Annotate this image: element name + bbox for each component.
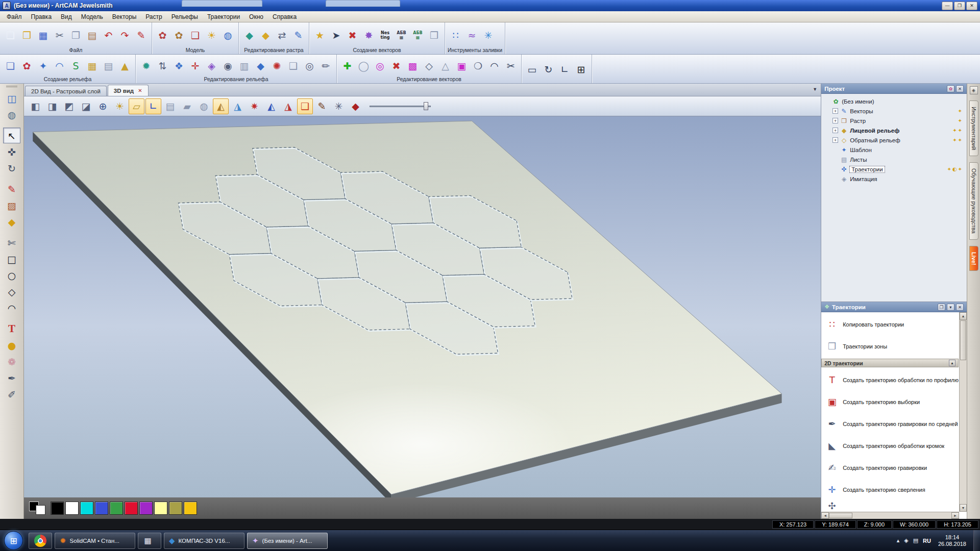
menu-reliefs[interactable]: Рельефы <box>167 12 203 21</box>
relief-wand-icon[interactable]: ✹ <box>138 58 154 73</box>
front-view-icon[interactable]: ◨ <box>44 98 60 114</box>
side-view-icon[interactable]: ◩ <box>61 98 77 114</box>
relief-raise-icon[interactable]: ⇅ <box>155 58 170 73</box>
model-bear-red-icon[interactable]: ✿ <box>155 27 170 43</box>
rotate-select-icon[interactable]: ↻ <box>541 61 556 77</box>
polygon-tool-icon[interactable]: ◇ <box>3 284 20 299</box>
scrollbar-thumb[interactable] <box>829 513 852 518</box>
new-model-icon[interactable]: ❏ <box>3 27 18 43</box>
area-clearance-item[interactable]: ▣ Создать траекторию выборки <box>821 391 959 413</box>
layers-icon[interactable]: ▤ <box>162 98 178 114</box>
zoom-slider[interactable] <box>370 102 431 111</box>
expand-icon[interactable] <box>832 176 838 182</box>
expand-icon[interactable]: + <box>832 137 838 143</box>
toolpaths-2d-section-header[interactable]: 2D траектории ▲ <box>821 359 959 367</box>
redo-icon[interactable]: ↷ <box>117 27 133 43</box>
scroll-down-icon[interactable]: ▼ <box>960 504 967 512</box>
panel-window-icon[interactable]: ❐ <box>938 304 945 311</box>
zoom-slider-thumb[interactable] <box>424 102 428 110</box>
engrave-toolpath-item[interactable]: ✍ Создать траекторию гравировки <box>821 457 959 479</box>
menu-vectors[interactable]: Векторы <box>108 12 141 21</box>
relief-columns-icon[interactable]: ▥ <box>236 58 252 73</box>
palette-olive[interactable] <box>169 502 182 515</box>
palette-cyan[interactable] <box>80 502 93 515</box>
side-strip-icon[interactable]: ◈ <box>970 86 978 94</box>
smudge-icon[interactable]: ◆ <box>3 214 20 230</box>
bell-icon[interactable]: △ <box>437 58 453 73</box>
menu-model[interactable]: Модель <box>77 12 108 21</box>
menu-help[interactable]: Справка <box>268 12 301 21</box>
zone-toolpaths-item[interactable]: ❒ Траектории зоны <box>821 335 959 357</box>
relief-page-icon[interactable]: ❏ <box>3 58 18 73</box>
magenta-frame-icon[interactable]: ▣ <box>454 58 470 73</box>
palette-white[interactable] <box>65 502 79 515</box>
relief-gold-view-icon[interactable]: ◭ <box>213 98 229 114</box>
brush-icon[interactable]: ✐ <box>3 386 20 402</box>
rotate-icon[interactable]: ↻ <box>3 160 20 176</box>
tab-list-dropdown-icon[interactable]: ▼ <box>813 87 817 92</box>
side-tab-live[interactable]: Live! <box>969 246 978 271</box>
axis-select-icon[interactable]: ∟ <box>557 61 573 77</box>
axis-icon[interactable]: ∟ <box>145 98 161 114</box>
tree-back-relief[interactable]: + ◇ Обратный рельеф ✦✦ <box>822 135 966 145</box>
menu-file[interactable]: Файл <box>2 12 27 21</box>
relief-gray-icon[interactable]: ❑ <box>285 58 301 73</box>
relief-swirl-icon[interactable]: ✺ <box>269 58 285 73</box>
select-arrow-icon[interactable]: ↖ <box>3 128 20 143</box>
model-stamp-icon[interactable]: ❑ <box>187 27 203 43</box>
taskbar-save-button[interactable]: ▦ <box>138 533 161 549</box>
section-collapse-icon[interactable]: ▲ <box>949 360 955 366</box>
paint-roller-icon[interactable]: ▨ <box>3 197 20 213</box>
palette-pale-yellow[interactable] <box>154 502 167 515</box>
relief-diamond-icon[interactable]: ◆ <box>253 58 268 73</box>
profile-toolpath-item[interactable]: Т Создать траекторию обработки по профил… <box>821 369 959 391</box>
model-bear-gold-icon[interactable]: ✿ <box>171 27 187 43</box>
expand-icon[interactable] <box>824 98 830 104</box>
ring-icon[interactable]: ◯ <box>356 58 372 73</box>
shell-icon[interactable]: ❁ <box>3 354 20 369</box>
relief-arch-icon[interactable]: ◠ <box>52 58 67 73</box>
copy-toolpaths-item[interactable]: ∷ Копировать траектории <box>821 313 959 335</box>
vertical-scrollbar[interactable]: ▲ ▼ <box>959 312 967 512</box>
relief-smooth-icon[interactable]: ✏ <box>318 58 334 73</box>
hidden-icons-icon[interactable]: ▴ <box>897 537 900 544</box>
weld-icon[interactable]: ❍ <box>470 58 486 73</box>
taskbar-solidcam-button[interactable]: ✹ SolidCAM • Стан... <box>55 533 135 549</box>
relief-offset-icon[interactable]: ◉ <box>220 58 236 73</box>
color-shade-icon[interactable]: ❑ <box>297 98 313 114</box>
iso-view-icon[interactable]: ◧ <box>28 98 43 114</box>
maximize-button[interactable]: ❐ <box>954 2 965 10</box>
rectangle-tool-icon[interactable]: □ <box>3 251 20 267</box>
palette-blue[interactable] <box>95 502 108 515</box>
view-options-icon[interactable]: ◫ <box>3 90 20 106</box>
menu-view[interactable]: Вид <box>56 12 77 21</box>
palette-black[interactable] <box>51 502 64 515</box>
paint-gold-icon[interactable]: ◆ <box>258 27 274 43</box>
edge-toolpath-item[interactable]: ◣ Создать траекторию обработки кромок <box>821 435 959 457</box>
fill-dots-icon[interactable]: ∷ <box>448 27 463 43</box>
shade-red-icon[interactable]: ◮ <box>280 98 296 114</box>
tree-sheets[interactable]: ▤ Листы <box>822 155 966 164</box>
expand-icon[interactable]: + <box>832 128 838 133</box>
visibility-toggle-icon[interactable]: ✦◐✦ <box>947 166 966 172</box>
tree-vectors[interactable]: + ✎ Векторы ✦ <box>822 106 966 116</box>
relief-weave-icon[interactable]: ▦ <box>84 58 100 73</box>
primary-secondary-swatch[interactable] <box>28 500 46 516</box>
tab-close-icon[interactable]: ✕ <box>138 88 142 93</box>
sphere-view-icon[interactable]: ◍ <box>196 98 212 114</box>
shade-blue-icon[interactable]: ◭ <box>263 98 279 114</box>
visibility-toggle-icon[interactable]: ✦✦ <box>952 128 966 133</box>
undo-icon[interactable]: ↶ <box>101 27 116 43</box>
taskbar-chrome-button[interactable] <box>29 533 52 549</box>
marquee-icon[interactable]: ▭ <box>524 61 540 77</box>
draw-plane-icon[interactable]: ▱ <box>129 98 144 114</box>
fill-wave-icon[interactable]: ≈ <box>464 27 480 43</box>
marker-icon[interactable]: ✎ <box>133 27 149 43</box>
palette-green[interactable] <box>110 502 123 515</box>
star-wand-icon[interactable]: ★ <box>312 27 328 43</box>
raster-pen-icon[interactable]: ✎ <box>290 27 306 43</box>
scroll-left-icon[interactable]: ◄ <box>821 512 829 519</box>
centerline-engrave-item[interactable]: ✒ Создать траекторию гравировки по средн… <box>821 413 959 435</box>
ellipse-tool-icon[interactable]: ○ <box>3 267 20 283</box>
drill-toolpath-item[interactable]: ✛ Создать траекторию сверления <box>821 479 959 500</box>
